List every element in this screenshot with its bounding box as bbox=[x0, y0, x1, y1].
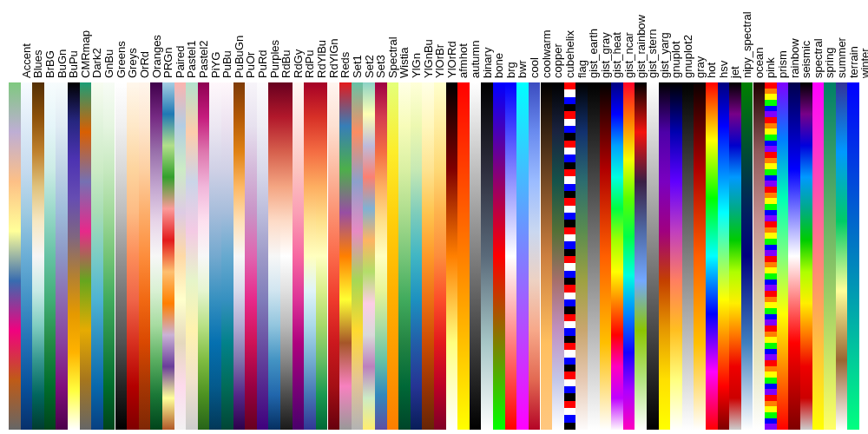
colormap-column: nipy_spectral bbox=[729, 0, 741, 434]
colormap-bar bbox=[268, 82, 280, 430]
colormap-bar bbox=[659, 82, 671, 430]
colormap-bar bbox=[174, 82, 187, 430]
colormap-bar bbox=[21, 82, 33, 430]
colormap-bar bbox=[824, 82, 836, 430]
colormap-bar bbox=[316, 82, 328, 430]
colormap-column: Pastel1 bbox=[174, 0, 187, 434]
colormap-bar bbox=[623, 82, 635, 430]
colormap-bar bbox=[80, 82, 92, 430]
colormap-column: gray bbox=[682, 0, 694, 434]
colormap-column: afmhot bbox=[446, 0, 458, 434]
colormap-bar bbox=[694, 82, 706, 430]
colormap-column: Blues bbox=[21, 0, 33, 434]
colormap-bar bbox=[363, 82, 375, 430]
colormap-column: cool bbox=[516, 0, 529, 434]
colormap-bar bbox=[9, 82, 21, 430]
colormap-column: Purples bbox=[257, 0, 269, 434]
colormap-column: summer bbox=[824, 0, 836, 434]
colormap-column: CMRmap bbox=[68, 0, 80, 434]
colormap-bar bbox=[706, 82, 718, 430]
colormap-column: RdGy bbox=[280, 0, 293, 434]
colormap-column: RdYlBu bbox=[304, 0, 316, 434]
colormap-bar bbox=[245, 82, 257, 430]
colormap-column: spectral bbox=[800, 0, 812, 434]
colormap-bar bbox=[280, 82, 293, 430]
colormap-column: Spectral bbox=[375, 0, 387, 434]
colormap-bar bbox=[788, 82, 800, 430]
colormap-column: PiYG bbox=[198, 0, 210, 434]
colormap-column: flag bbox=[564, 0, 576, 434]
colormap-bar bbox=[150, 82, 162, 430]
colormap-bar bbox=[600, 82, 612, 430]
colormap-bar bbox=[765, 82, 777, 430]
colormap-column: RdBu bbox=[268, 0, 280, 434]
colormap-bar bbox=[682, 82, 694, 430]
colormap-bar bbox=[493, 82, 505, 430]
colormap-column: PuRd bbox=[245, 0, 257, 434]
colormap-column: YlGnBu bbox=[411, 0, 423, 434]
colormap-column: gist_yarg bbox=[647, 0, 659, 434]
colormap-bar bbox=[800, 82, 812, 430]
colormap-bar bbox=[293, 82, 305, 430]
colormap-bar bbox=[398, 82, 411, 430]
colormap-bar bbox=[233, 82, 246, 430]
colormap-bar bbox=[729, 82, 741, 430]
colormap-reference-chart: AccentBluesBrBGBuGnBuPuCMRmapDark2GnBuGr… bbox=[0, 0, 868, 434]
colormap-bar bbox=[411, 82, 423, 430]
colormap-bar bbox=[375, 82, 387, 430]
colormap-bar bbox=[552, 82, 564, 430]
colormap-column: Greens bbox=[103, 0, 115, 434]
colormap-column: gist_rainbow bbox=[623, 0, 635, 434]
colormap-column: cubehelix bbox=[552, 0, 564, 434]
colormap-column: BuGn bbox=[44, 0, 56, 434]
colormap-bar bbox=[127, 82, 139, 430]
colormap-column: prism bbox=[765, 0, 777, 434]
colormap-bar bbox=[505, 82, 517, 430]
colormap-column: coolwarm bbox=[529, 0, 541, 434]
colormap-column: Set1 bbox=[339, 0, 352, 434]
colormap-column: winter bbox=[847, 0, 859, 434]
colormap-bar bbox=[139, 82, 151, 430]
colormap-bar bbox=[162, 82, 174, 430]
colormap-bar bbox=[68, 82, 80, 430]
colormap-bar bbox=[115, 82, 128, 430]
colormap-column: Reds bbox=[328, 0, 340, 434]
colormap-column: YlOrRd bbox=[434, 0, 446, 434]
colormap-column: PuOr bbox=[233, 0, 246, 434]
colormap-column: gnuplot2 bbox=[670, 0, 682, 434]
colormap-column: rainbow bbox=[777, 0, 789, 434]
colormap-bar bbox=[339, 82, 352, 430]
colormap-bar bbox=[209, 82, 221, 430]
colormap-column: OrRd bbox=[127, 0, 139, 434]
colormap-column: gnuplot bbox=[659, 0, 671, 434]
colormap-column: copper bbox=[541, 0, 553, 434]
colormap-bar bbox=[670, 82, 682, 430]
colormap-bar bbox=[718, 82, 730, 430]
colormap-column: pink bbox=[753, 0, 766, 434]
colormap-label: winter bbox=[858, 48, 868, 78]
colormap-column: RdPu bbox=[293, 0, 305, 434]
colormap-column: Greys bbox=[115, 0, 128, 434]
colormap-bar bbox=[741, 82, 753, 430]
colormap-column: hot bbox=[694, 0, 706, 434]
colormap-bar bbox=[529, 82, 541, 430]
colormap-column: GnBu bbox=[91, 0, 103, 434]
colormap-column: bone bbox=[481, 0, 493, 434]
colormap-column: YlGn bbox=[398, 0, 411, 434]
colormap-column: ocean bbox=[741, 0, 753, 434]
colormap-column: gist_earth bbox=[575, 0, 588, 434]
colormap-bar bbox=[812, 82, 825, 430]
colormap-column: seismic bbox=[788, 0, 800, 434]
colormap-column: BuPu bbox=[56, 0, 68, 434]
colormap-bar bbox=[836, 82, 848, 430]
colormap-column: Paired bbox=[162, 0, 174, 434]
colormap-bar bbox=[647, 82, 659, 430]
colormap-bar bbox=[457, 82, 470, 430]
colormap-bar bbox=[221, 82, 233, 430]
colormap-bar bbox=[446, 82, 458, 430]
colormap-column: YlOrBr bbox=[422, 0, 434, 434]
colormap-bar bbox=[541, 82, 553, 430]
colormap-bar bbox=[575, 82, 588, 430]
colormap-column: Wistia bbox=[387, 0, 399, 434]
colormap-bar bbox=[588, 82, 600, 430]
